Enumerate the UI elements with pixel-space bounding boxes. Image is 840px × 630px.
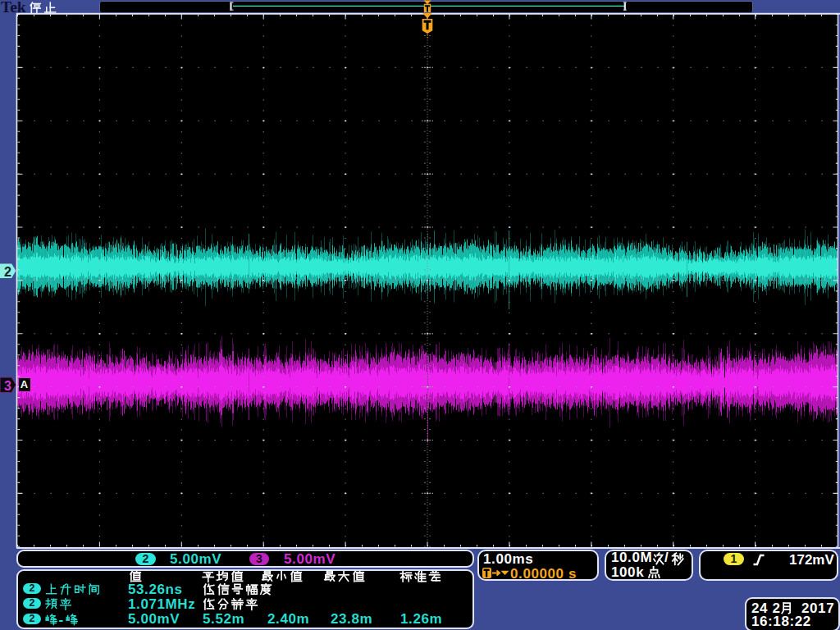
- svg-text:2: 2: [4, 265, 11, 279]
- svg-text:3: 3: [4, 379, 11, 393]
